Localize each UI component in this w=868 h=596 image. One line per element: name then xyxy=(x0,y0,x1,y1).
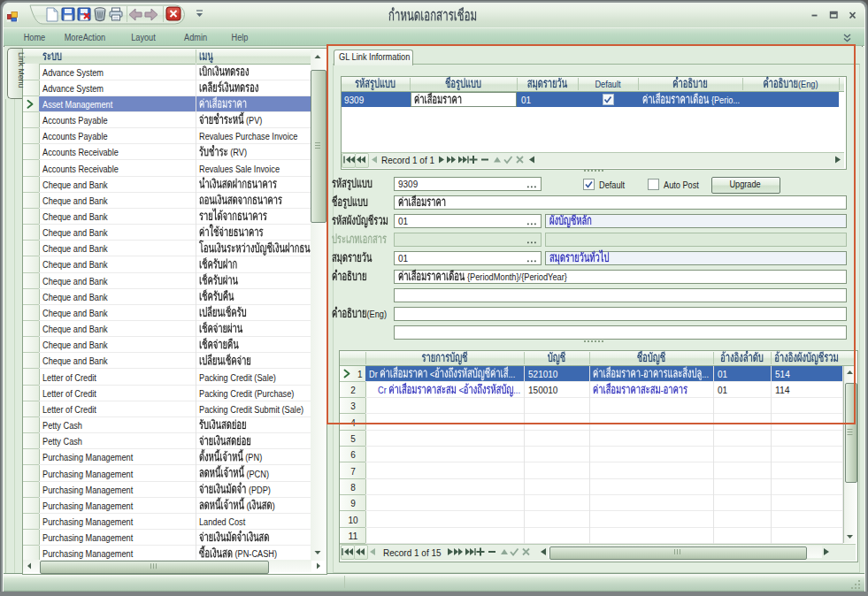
svg-text:Cheque and Bank: Cheque and Bank xyxy=(42,244,109,254)
svg-text:MoreAction: MoreAction xyxy=(65,33,106,42)
svg-text:): ) xyxy=(273,501,275,511)
svg-text:Link Menu: Link Menu xyxy=(17,52,27,88)
svg-text:Accounts Receivable: Accounts Receivable xyxy=(42,148,119,157)
svg-text:(PN): (PN) xyxy=(245,453,262,462)
svg-text:Accounts Payable: Accounts Payable xyxy=(42,116,108,126)
svg-text:Packing Credit (Sale): Packing Credit (Sale) xyxy=(199,373,276,383)
svg-text:Cheque and Bank: Cheque and Bank xyxy=(42,196,109,206)
svg-text:6: 6 xyxy=(350,450,356,460)
svg-text:5: 5 xyxy=(350,434,356,444)
svg-text:Accounts Receivable: Accounts Receivable xyxy=(42,164,119,174)
svg-text:Letter of Credit: Letter of Credit xyxy=(42,373,96,383)
svg-text:Help: Help xyxy=(232,33,249,42)
svg-text:Home: Home xyxy=(24,33,46,42)
svg-text:Letter of Credit: Letter of Credit xyxy=(42,405,96,415)
svg-text:Purchasing Management: Purchasing Management xyxy=(42,485,133,495)
svg-text:Landed Cost: Landed Cost xyxy=(199,517,245,527)
svg-text:Admin: Admin xyxy=(184,33,207,42)
svg-text:Purchasing Management: Purchasing Management xyxy=(42,533,133,543)
svg-text:Asset Management: Asset Management xyxy=(42,100,112,110)
svg-text:10: 10 xyxy=(348,516,358,525)
svg-text:(PV): (PV) xyxy=(246,116,262,126)
svg-text:Purchasing Management: Purchasing Management xyxy=(42,501,133,511)
svg-text:Purchasing Management: Purchasing Management xyxy=(42,517,133,527)
svg-text:Petty Cash: Petty Cash xyxy=(42,421,82,431)
svg-text:Revalues Purchase Invoice: Revalues Purchase Invoice xyxy=(199,132,298,141)
svg-text:Accounts Payable: Accounts Payable xyxy=(42,132,108,141)
svg-text:Letter of Credit: Letter of Credit xyxy=(42,389,96,399)
svg-text:Cheque and Bank: Cheque and Bank xyxy=(42,309,109,318)
svg-text:(PN-CASH): (PN-CASH) xyxy=(235,549,278,559)
svg-text:Record 1 of 15: Record 1 of 15 xyxy=(383,548,442,558)
svg-text:Cheque and Bank: Cheque and Bank xyxy=(42,340,109,350)
svg-text:Cheque and Bank: Cheque and Bank xyxy=(42,277,109,287)
svg-text:Purchasing Management: Purchasing Management xyxy=(42,470,133,479)
svg-text:8: 8 xyxy=(350,483,356,493)
svg-text:(PDP): (PDP) xyxy=(249,485,271,495)
svg-text:Advance System: Advance System xyxy=(42,68,104,78)
svg-text:11: 11 xyxy=(348,531,358,541)
svg-text:Purchasing Management: Purchasing Management xyxy=(42,549,133,559)
svg-text:Layout: Layout xyxy=(131,33,156,42)
svg-text:Cheque and Bank: Cheque and Bank xyxy=(42,180,109,190)
svg-text:Cheque and Bank: Cheque and Bank xyxy=(42,325,109,334)
svg-text:Packing Credit (Purchase): Packing Credit (Purchase) xyxy=(199,389,294,399)
svg-text:Cheque and Bank: Cheque and Bank xyxy=(42,260,109,270)
svg-text:9: 9 xyxy=(350,499,356,508)
svg-text:Cheque and Bank: Cheque and Bank xyxy=(42,212,109,222)
svg-text:(PCN): (PCN) xyxy=(246,470,269,479)
svg-text:Cheque and Bank: Cheque and Bank xyxy=(42,356,109,366)
svg-text:Cheque and Bank: Cheque and Bank xyxy=(42,293,109,302)
svg-text:7: 7 xyxy=(350,467,356,477)
svg-text:Purchasing Management: Purchasing Management xyxy=(42,453,133,462)
svg-text:(: ( xyxy=(246,501,250,511)
svg-text:Advance System: Advance System xyxy=(42,84,104,94)
svg-text:Packing Credit Submit (Sale): Packing Credit Submit (Sale) xyxy=(199,405,303,415)
svg-text:(RV): (RV) xyxy=(230,148,247,157)
svg-text:Cheque and Bank: Cheque and Bank xyxy=(42,228,109,238)
svg-text:Petty Cash: Petty Cash xyxy=(42,437,82,447)
svg-text:Revalues Sale Invoice: Revalues Sale Invoice xyxy=(199,164,280,174)
